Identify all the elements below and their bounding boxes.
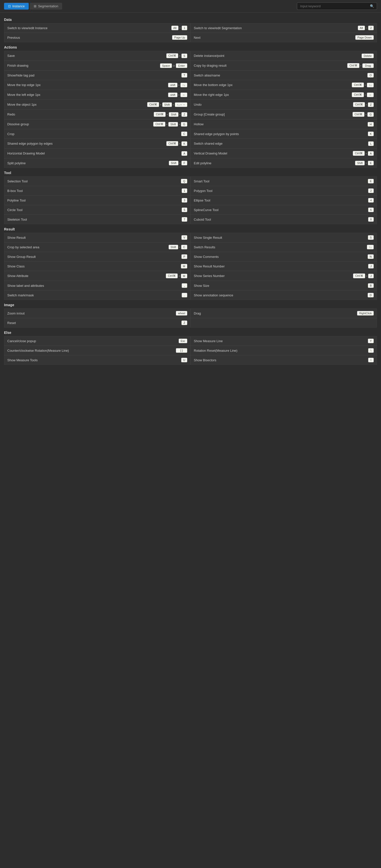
key-separator: or xyxy=(173,64,175,67)
shortcut-label: Show Group Result xyxy=(7,255,36,259)
key-badge: ↑↓ xyxy=(367,83,374,87)
key-badge: Ctrl/⌘ xyxy=(147,102,159,107)
shortcut-row: Switch Results↑↓ xyxy=(190,242,377,252)
shortcut-row: ResetZ xyxy=(4,318,190,328)
key-badge: ↑↓↔→ xyxy=(175,102,187,107)
key-badge: Z xyxy=(368,102,374,107)
shortcut-row: Finish drawingSpaceorEnter xyxy=(4,61,190,70)
shortcut-label: SplineCurve Tool xyxy=(194,208,218,212)
search-container: 🔍 xyxy=(297,2,377,10)
shortcut-label: Crop by selected area xyxy=(7,245,39,249)
key-separator: + xyxy=(364,84,366,87)
key-badge: Shift xyxy=(169,161,178,165)
key-badge: Z xyxy=(181,112,187,117)
key-combo: wheel xyxy=(176,311,187,315)
shortcut-row: Move the right edge 1pxCtrl/⌘+↔ xyxy=(190,90,377,100)
shortcut-row: Show Result NumberJ xyxy=(190,261,377,271)
key-separator: + xyxy=(364,93,366,96)
key-badge: Z xyxy=(181,320,187,325)
shortcut-row: SplineCurve Tool6 xyxy=(190,205,377,215)
key-badge: C xyxy=(181,245,187,249)
shortcut-label: Finish drawing xyxy=(7,64,28,67)
shortcut-label: Polyline Tool xyxy=(7,198,26,202)
shortcut-row: Polyline Tool3 xyxy=(4,195,190,205)
key-combo: 6 xyxy=(368,208,374,212)
shortcut-label: Hollow xyxy=(194,122,204,126)
shortcut-row: HollowH xyxy=(190,119,377,129)
shortcut-label: Ellipse Tool xyxy=(194,198,210,202)
key-badge: Ctrl/⌘ xyxy=(353,112,364,117)
shortcut-row: Shared edge polygon by edgesCtrl/⌘+K xyxy=(4,138,190,149)
tab-instance[interactable]: ⊡ Instance xyxy=(4,3,29,9)
key-combo: Shift+F xyxy=(169,161,187,165)
shortcut-label: Zoom in/out xyxy=(7,311,25,315)
key-badge: \ xyxy=(368,348,374,353)
shortcut-row: Switch shared edgeL xyxy=(190,138,377,149)
key-badge: 6 xyxy=(368,208,374,212)
key-badge: 7 xyxy=(182,217,187,222)
key-badge: J xyxy=(368,264,374,269)
key-combo: SpaceorEnter xyxy=(160,63,187,68)
shortcut-label: Show Attribute xyxy=(7,274,28,278)
key-combo: L xyxy=(368,142,374,146)
shortcut-label: B-box Tool xyxy=(7,189,23,193)
key-badge: M xyxy=(181,274,187,278)
key-badge: 3 xyxy=(182,198,187,203)
key-badge: Esc xyxy=(179,339,187,343)
shortcut-label: Show Size xyxy=(194,284,209,287)
key-separator: + xyxy=(173,103,174,106)
key-combo: Ctrl/⌘+↔ xyxy=(352,92,374,97)
shortcut-row: Cuboid Tool8 xyxy=(190,215,377,224)
shortcut-label: Switch shared edge xyxy=(194,142,223,146)
search-input[interactable] xyxy=(297,2,368,10)
shortcut-label: Delete instance/point xyxy=(194,54,224,58)
shortcuts-grid-tool: Selection ToolQSmart ToolEB-box Tool1Pol… xyxy=(4,176,377,224)
key-combo: Ctrl/⌘+G xyxy=(353,112,374,117)
key-badge: Q xyxy=(181,179,187,183)
key-combo: Ctrl/⌘+S xyxy=(166,53,187,58)
key-combo: U xyxy=(181,358,187,362)
shortcut-row: Show annotation sequenceD xyxy=(190,290,377,300)
key-combo: shift+↑↓ xyxy=(168,83,187,87)
key-combo: . xyxy=(182,293,187,298)
key-combo: 5 xyxy=(182,208,187,212)
section-header-data: Data xyxy=(4,14,377,23)
key-combo: Delete xyxy=(362,54,374,58)
key-badge: E xyxy=(368,161,374,165)
tab-segmentation[interactable]: ⊞ Segmentation xyxy=(30,3,62,9)
shortcut-label: Move the left edge 1px xyxy=(7,93,40,97)
shortcut-label: Drag xyxy=(194,311,201,315)
key-combo: Ctrl/⌘+K xyxy=(166,141,187,146)
key-badge: Delete xyxy=(362,54,374,58)
tab-instance-label: Instance xyxy=(12,4,25,8)
key-separator: + xyxy=(179,142,180,145)
search-button[interactable]: 🔍 xyxy=(368,2,377,10)
shortcut-row: PreviousPage Up xyxy=(4,33,190,42)
key-badge: RightClick xyxy=(357,311,374,315)
shortcut-row: Move the left edge 1pxshift+↔ xyxy=(4,90,190,100)
shortcut-label: Cuboid Tool xyxy=(194,218,211,221)
key-badge: D xyxy=(368,293,374,298)
shortcut-label: Move the object 1px xyxy=(7,103,36,106)
key-combo: Page Down xyxy=(355,35,374,40)
shortcut-label: Show Single Result xyxy=(194,236,222,240)
key-badge: Alt xyxy=(171,26,179,30)
tab-segmentation-label: Segmentation xyxy=(38,4,58,8)
shortcut-label: Crop xyxy=(7,132,14,136)
key-combo: shift+↔ xyxy=(168,93,187,97)
shortcut-row: Cancel/close popupEsc xyxy=(4,336,190,346)
section-header-else: Else xyxy=(4,328,377,336)
shortcut-row: B-box Tool1 xyxy=(4,186,190,195)
key-badge: P xyxy=(181,254,187,259)
section-header-tool: Tool xyxy=(4,168,377,176)
shortcut-label: Cancel/close popup xyxy=(7,339,36,343)
shortcut-label: Show Comments xyxy=(194,255,219,259)
shortcut-label: Save xyxy=(7,54,15,58)
shortcut-row: CropC xyxy=(4,129,190,138)
key-badge: Y xyxy=(368,339,374,343)
key-badge: ↑↓ xyxy=(180,83,187,87)
key-badge: ↑↓ xyxy=(367,245,374,249)
key-badge: H xyxy=(368,122,374,127)
shortcuts-grid-actions: SaveCtrl/⌘+SDelete instance/pointDeleteF… xyxy=(4,51,377,168)
shortcut-label: Show annotation sequence xyxy=(194,293,233,297)
